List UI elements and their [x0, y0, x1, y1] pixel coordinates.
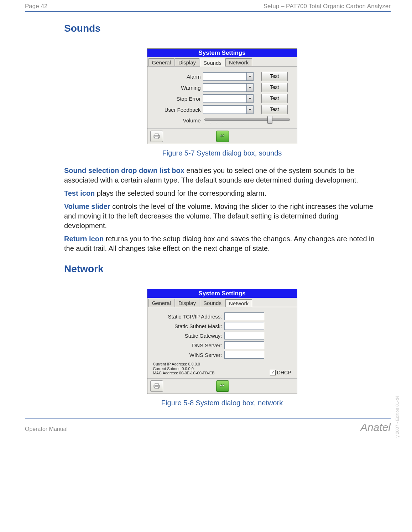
net-tab-network[interactable]: Network — [225, 299, 252, 307]
rule-top — [25, 11, 391, 12]
header-section: Setup – PAT700 Total Organic Carbon Anal… — [264, 3, 391, 10]
stop-error-test-button[interactable]: Test — [261, 94, 288, 103]
stop-error-label: Stop Error — [151, 96, 203, 102]
volume-label: Volume — [151, 117, 203, 123]
subnet-input[interactable] — [224, 322, 264, 330]
wins-label: WINS Server: — [151, 352, 224, 358]
current-subnet: Current Subnet: 0.0.0.0 — [153, 367, 215, 371]
dns-label: DNS Server: — [151, 342, 224, 348]
tab-sounds[interactable]: Sounds — [200, 59, 225, 67]
page-number: Page 42 — [25, 3, 47, 10]
dns-input[interactable] — [224, 341, 264, 349]
heading-sounds: Sounds — [64, 23, 380, 34]
svg-rect-2 — [155, 137, 158, 139]
dhcp-label: DHCP — [277, 370, 291, 375]
warning-combo[interactable] — [203, 83, 254, 92]
warning-label: Warning — [151, 85, 203, 91]
tab-display[interactable]: Display — [175, 58, 199, 66]
svg-rect-4 — [155, 384, 158, 385]
network-dialog-title: System Settings — [147, 289, 297, 298]
term-volume-slider: Volume slider — [64, 202, 110, 210]
user-feedback-test-button[interactable]: Test — [261, 105, 288, 114]
net-tab-display[interactable]: Display — [175, 299, 199, 307]
network-dialog: System Settings General Display Sounds N… — [147, 289, 297, 394]
net-print-icon[interactable] — [150, 380, 163, 392]
static-ip-input[interactable] — [224, 312, 264, 320]
term-return-icon: Return icon — [64, 235, 104, 243]
net-tab-sounds[interactable]: Sounds — [200, 299, 225, 307]
footer-manual: Operator Manual — [25, 426, 68, 432]
gateway-input[interactable] — [224, 332, 264, 339]
wins-input[interactable] — [224, 351, 264, 359]
stop-error-combo[interactable] — [203, 94, 254, 103]
term-sound-selection: Sound selection drop down list box — [64, 167, 184, 174]
print-icon[interactable] — [150, 131, 163, 142]
sounds-tabbar: General Display Sounds Network — [147, 57, 297, 67]
tab-general[interactable]: General — [148, 58, 174, 66]
alarm-test-button[interactable]: Test — [261, 72, 288, 81]
dhcp-checkbox[interactable]: ✓ — [270, 370, 276, 375]
sounds-dialog: System Settings General Display Sounds N… — [147, 48, 297, 144]
chevron-down-icon — [246, 84, 253, 91]
sounds-para-2: Test icon plays the selected sound for t… — [64, 189, 380, 198]
current-ip: Current IP Address: 0.0.0.0 — [153, 362, 215, 367]
chevron-down-icon — [246, 73, 253, 80]
heading-network: Network — [64, 263, 380, 275]
network-figure-caption: Figure 5-8 System dialog box, network — [64, 399, 380, 407]
static-ip-label: Static TCP/IP Address: — [151, 314, 224, 320]
sounds-para-3: Volume slider controls the level of the … — [64, 202, 380, 231]
user-feedback-combo[interactable] — [203, 105, 254, 114]
footer-brand: Anatel — [360, 421, 391, 433]
network-tabbar: General Display Sounds Network — [147, 298, 297, 307]
alarm-label: Alarm — [151, 74, 203, 80]
volume-slider[interactable]: ··············· — [204, 116, 290, 125]
tab-network[interactable]: Network — [225, 58, 252, 66]
sounds-para-4: Return icon returns you to the setup dia… — [64, 234, 380, 253]
chevron-down-icon — [246, 106, 253, 114]
gateway-label: Static Gateway: — [151, 333, 224, 339]
rule-bottom — [25, 418, 391, 418]
warning-test-button[interactable]: Test — [261, 83, 288, 92]
sounds-dialog-title: System Settings — [147, 49, 297, 57]
mac-address: MAC Address: 00-0E-1C-00-FD-EB — [153, 371, 215, 375]
net-return-icon[interactable] — [216, 380, 229, 392]
svg-rect-5 — [155, 387, 158, 389]
chevron-down-icon — [246, 95, 253, 102]
return-icon[interactable] — [216, 131, 229, 142]
sounds-figure-caption: Figure 5-7 System dialog box, sounds — [64, 149, 380, 157]
user-feedback-label: User Feedback — [151, 107, 203, 113]
svg-rect-1 — [155, 134, 158, 136]
alarm-combo[interactable] — [203, 72, 254, 81]
net-tab-general[interactable]: General — [148, 299, 174, 307]
sounds-para-1: Sound selection drop down list box enabl… — [64, 166, 380, 185]
subnet-label: Static Subnet Mask: — [151, 323, 224, 329]
term-test-icon: Test icon — [64, 189, 95, 197]
side-meta: WGM - 26 July 2007 - Edition 01-d4 — [395, 396, 400, 438]
